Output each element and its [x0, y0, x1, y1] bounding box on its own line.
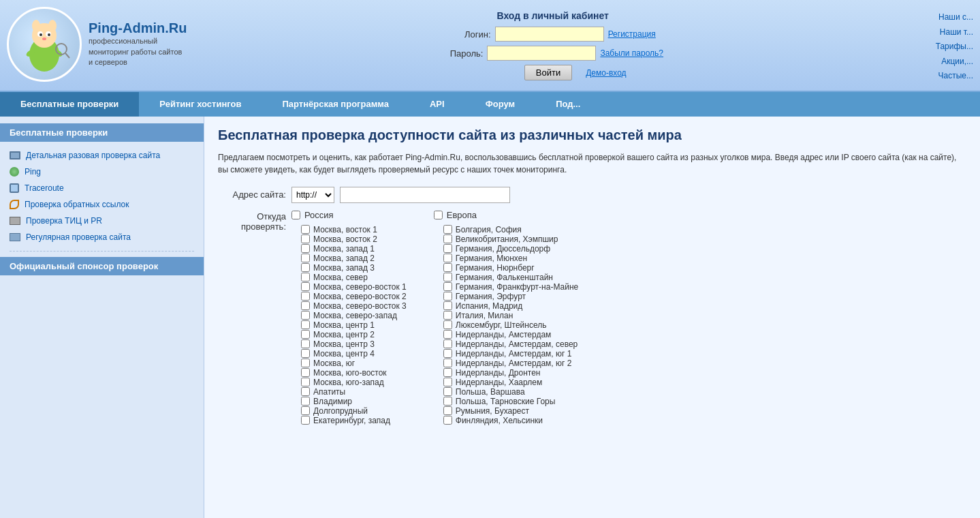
- nav-partner[interactable]: Партнёрская программа: [262, 92, 409, 117]
- sidebar-item-detail[interactable]: Детальная разовая проверка сайта: [0, 147, 204, 164]
- right-link-2[interactable]: Наши т...: [940, 25, 973, 40]
- europe-cb-5[interactable]: [443, 273, 452, 281]
- europe-item-12: Нидерланды, Амстердам, север: [443, 339, 578, 349]
- sidebar-item-traceroute[interactable]: Traceroute: [0, 180, 204, 196]
- russia-cb-15[interactable]: [301, 368, 310, 377]
- russia-cb-1[interactable]: [301, 234, 310, 243]
- forgot-link[interactable]: Забыли пароль?: [600, 48, 663, 58]
- nav-hosting-rating[interactable]: Рейтинг хостингов: [139, 92, 262, 117]
- login-button[interactable]: Войти: [524, 65, 572, 80]
- main: Бесплатные проверки Детальная разовая пр…: [0, 117, 980, 518]
- svg-point-8: [42, 37, 46, 40]
- russia-cb-19[interactable]: [301, 406, 310, 415]
- right-link-5[interactable]: Частые...: [938, 69, 973, 84]
- europe-item-11: Нидерланды, Амстердам: [443, 330, 578, 339]
- europe-cb-0[interactable]: [443, 225, 452, 234]
- russia-cb-9[interactable]: [301, 311, 310, 320]
- link-icon: [10, 200, 19, 209]
- svg-point-2: [32, 20, 40, 32]
- russia-cb-0[interactable]: [301, 225, 310, 234]
- russia-cb-7[interactable]: [301, 292, 310, 301]
- europe-cb-16[interactable]: [443, 378, 452, 386]
- ping-icon: [10, 167, 19, 177]
- europe-cb-3[interactable]: [443, 254, 452, 262]
- password-input[interactable]: [487, 46, 596, 61]
- russia-cb-2[interactable]: [301, 244, 310, 253]
- sidebar-item-backlinks[interactable]: Проверка обратных ссылок: [0, 196, 204, 213]
- url-protocol-select[interactable]: http:// https://: [291, 187, 334, 203]
- url-input[interactable]: [340, 187, 510, 203]
- nav-forum[interactable]: Форум: [465, 92, 535, 117]
- russia-item-16: Москва, юго-запад: [301, 378, 407, 387]
- russia-item-12: Москва, центр 3: [301, 339, 407, 349]
- europe-cb-14[interactable]: [443, 359, 452, 367]
- europe-cb-8[interactable]: [443, 301, 452, 310]
- europe-item-8: Испания, Мадрид: [443, 301, 578, 311]
- regular-icon: [10, 233, 20, 241]
- russia-item-9: Москва, северо-запад: [301, 311, 407, 320]
- russia-cb-4[interactable]: [301, 263, 310, 272]
- europe-cb-18[interactable]: [443, 397, 452, 406]
- nav-api[interactable]: API: [409, 92, 465, 117]
- svg-point-6: [39, 33, 42, 36]
- sidebar-item-regular[interactable]: Регулярная проверка сайта: [0, 229, 204, 245]
- europe-cb-6[interactable]: [443, 282, 452, 291]
- europe-cb-2[interactable]: [443, 244, 452, 253]
- russia-cb-3[interactable]: [301, 254, 310, 262]
- sidebar-sponsor: Официальный спонсор проверок: [0, 257, 204, 275]
- russia-cb-6[interactable]: [301, 282, 310, 291]
- europe-item-15: Нидерланды, Дронтен: [443, 368, 578, 378]
- svg-line-12: [65, 53, 69, 58]
- monitor-icon: [10, 151, 20, 159]
- russia-cb-8[interactable]: [301, 301, 310, 310]
- russia-cb-20[interactable]: [301, 416, 310, 425]
- europe-cb-12[interactable]: [443, 339, 452, 348]
- europe-checkbox[interactable]: [434, 211, 443, 219]
- europe-item-17: Польша, Варшава: [443, 387, 578, 397]
- sidebar-item-tic-pr[interactable]: Проверка ТИЦ и PR: [0, 213, 204, 229]
- europe-cb-20[interactable]: [443, 416, 452, 425]
- russia-cb-5[interactable]: [301, 273, 310, 281]
- russia-cb-18[interactable]: [301, 397, 310, 406]
- russia-item-15: Москва, юго-восток: [301, 368, 407, 378]
- europe-item-16: Нидерланды, Хаарлем: [443, 378, 578, 387]
- russia-cb-17[interactable]: [301, 387, 310, 396]
- sidebar-header: Бесплатные проверки: [0, 123, 204, 142]
- russia-item-5: Москва, север: [301, 273, 407, 282]
- logo-image: [7, 7, 82, 82]
- nav-more[interactable]: Под...: [535, 92, 601, 117]
- europe-cb-11[interactable]: [443, 330, 452, 339]
- europe-cb-9[interactable]: [443, 311, 452, 320]
- russia-checkbox[interactable]: [291, 211, 300, 219]
- europe-cb-1[interactable]: [443, 234, 452, 243]
- right-link-1[interactable]: Наши с...: [938, 10, 973, 25]
- russia-cb-10[interactable]: [301, 320, 310, 329]
- russia-cb-13[interactable]: [301, 349, 310, 358]
- login-title: Вход в личный кабинет: [496, 10, 609, 21]
- russia-cb-16[interactable]: [301, 378, 310, 386]
- europe-cb-15[interactable]: [443, 368, 452, 377]
- europe-cb-19[interactable]: [443, 406, 452, 415]
- register-link[interactable]: Регистрация: [608, 29, 656, 39]
- europe-cb-17[interactable]: [443, 387, 452, 396]
- russia-item-19: Долгопрудный: [301, 406, 407, 416]
- russia-item-14: Москва, юг: [301, 359, 407, 368]
- russia-cb-14[interactable]: [301, 359, 310, 367]
- europe-cb-10[interactable]: [443, 320, 452, 329]
- russia-cb-11[interactable]: [301, 330, 310, 339]
- sidebar-item-ping[interactable]: Ping: [0, 164, 204, 180]
- europe-item-13: Нидерланды, Амстердам, юг 1: [443, 349, 578, 359]
- russia-cb-12[interactable]: [301, 339, 310, 348]
- europe-item-0: Болгария, София: [443, 225, 578, 234]
- europe-cb-13[interactable]: [443, 349, 452, 358]
- nav-free-checks[interactable]: Бесплатные проверки: [0, 92, 139, 117]
- europe-cb-4[interactable]: [443, 263, 452, 272]
- right-link-3[interactable]: Тарифы...: [936, 40, 973, 55]
- login-input[interactable]: [495, 27, 604, 42]
- right-link-4[interactable]: Акции,...: [941, 55, 973, 70]
- demo-link[interactable]: Демо-вход: [586, 68, 626, 78]
- sidebar-divider: [10, 251, 194, 252]
- mascot-svg: [14, 14, 75, 75]
- europe-cb-7[interactable]: [443, 292, 452, 301]
- europe-item-19: Румыния, Бухарест: [443, 406, 578, 416]
